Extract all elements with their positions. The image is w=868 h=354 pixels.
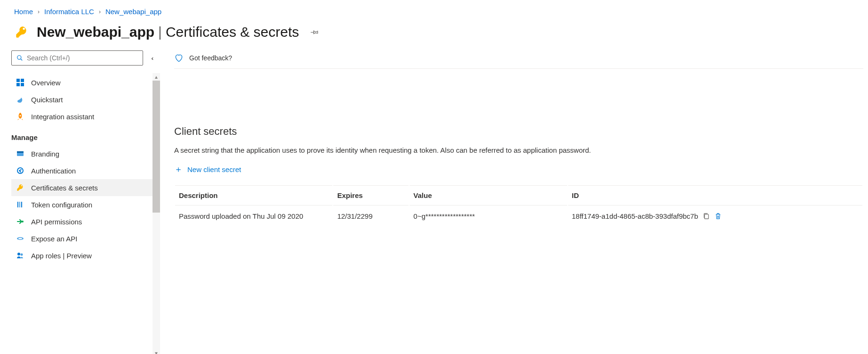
sidebar-scrollbar[interactable]: ▲ ▼ (153, 73, 160, 354)
title-separator: | (158, 24, 162, 40)
table-header-description[interactable]: Description (175, 185, 332, 206)
sidebar-item-expose-api[interactable]: Expose an API (11, 230, 160, 247)
page-title: New_webapi_app | Certificates & secrets (37, 24, 299, 40)
scrollbar-thumb[interactable] (153, 81, 160, 213)
key-icon (16, 183, 24, 192)
svg-rect-17 (705, 214, 708, 219)
feedback-label: Got feedback? (189, 54, 232, 62)
collapse-sidebar-button[interactable]: ‹‹ (152, 55, 155, 62)
table-header-expires[interactable]: Expires (333, 185, 409, 206)
branding-icon (16, 149, 24, 158)
search-icon (16, 55, 23, 61)
sidebar-item-quickstart[interactable]: Quickstart (11, 91, 160, 108)
breadcrumb-home[interactable]: Home (14, 8, 33, 16)
table-header-id[interactable]: ID (568, 185, 862, 206)
overview-icon (16, 78, 24, 87)
pin-icon[interactable] (310, 28, 319, 36)
sidebar-item-token-configuration[interactable]: Token configuration (11, 196, 160, 213)
token-config-icon (16, 200, 24, 209)
section-heading-client-secrets: Client secrets (174, 125, 863, 138)
svg-rect-5 (21, 83, 24, 86)
svg-point-15 (17, 253, 20, 255)
key-icon (14, 25, 29, 40)
breadcrumb-app[interactable]: New_webapi_app (105, 8, 161, 16)
svg-rect-7 (17, 151, 24, 153)
sidebar-item-certificates-secrets[interactable]: Certificates & secrets (11, 179, 160, 196)
sidebar-item-label: Quickstart (31, 96, 63, 104)
sidebar-item-label: API permissions (31, 218, 82, 226)
svg-rect-2 (16, 79, 20, 82)
feedback-bar[interactable]: Got feedback? (174, 50, 863, 69)
sidebar-item-label: App roles | Preview (31, 252, 92, 260)
sidebar-item-label: Authentication (31, 167, 76, 175)
chevron-right-icon: › (38, 8, 40, 15)
scroll-down-icon[interactable]: ▼ (153, 349, 160, 354)
title-app-name: New_webapi_app (37, 24, 154, 40)
svg-point-16 (21, 254, 23, 256)
sidebar-item-label: Branding (31, 150, 59, 158)
app-roles-icon (16, 251, 24, 260)
plus-icon: ＋ (174, 164, 183, 175)
breadcrumb-org[interactable]: Informatica LLC (44, 8, 94, 16)
sidebar: ‹‹ Overview Quickstart (0, 50, 160, 354)
sidebar-item-label: Overview (31, 79, 61, 87)
chevron-right-icon: › (99, 8, 101, 15)
content-area: Got feedback? Client secrets A secret st… (160, 50, 868, 354)
search-field[interactable] (27, 54, 138, 62)
section-description: A secret string that the application use… (174, 146, 863, 154)
svg-rect-11 (21, 202, 22, 207)
copy-icon[interactable] (703, 213, 710, 220)
sidebar-item-overview[interactable]: Overview (11, 74, 160, 91)
table-header-value[interactable]: Value (410, 185, 567, 206)
sidebar-item-label: Integration assistant (31, 113, 94, 121)
quickstart-icon (16, 95, 24, 104)
page-title-row: New_webapi_app | Certificates & secrets (0, 21, 868, 50)
cell-value: 0~g****************** (410, 206, 567, 226)
svg-rect-3 (21, 79, 24, 82)
cell-description: Password uploaded on Thu Jul 09 2020 (175, 206, 332, 226)
sidebar-item-app-roles[interactable]: App roles | Preview (11, 247, 160, 264)
cell-expires: 12/31/2299 (333, 206, 409, 226)
svg-point-12 (22, 221, 24, 222)
search-input[interactable] (11, 50, 143, 66)
svg-point-14 (18, 238, 22, 239)
authentication-icon (16, 166, 24, 175)
svg-rect-10 (19, 202, 20, 207)
new-client-secret-button[interactable]: ＋ New client secret (174, 154, 241, 184)
sidebar-item-api-permissions[interactable]: API permissions (11, 213, 160, 230)
svg-point-0 (17, 56, 21, 59)
scroll-up-icon[interactable]: ▲ (153, 73, 160, 81)
cell-id: 18ff1749-a1dd-4865-ac8b-393dfaf9bc7b (572, 212, 698, 220)
expose-api-icon (16, 234, 24, 243)
sidebar-item-label: Token configuration (31, 201, 92, 209)
breadcrumb: Home › Informatica LLC › New_webapi_app (0, 0, 868, 21)
sidebar-item-label: Expose an API (31, 235, 77, 243)
svg-rect-4 (16, 83, 20, 86)
table-row: Password uploaded on Thu Jul 09 2020 12/… (175, 206, 862, 226)
api-permissions-icon (16, 217, 24, 226)
sidebar-item-authentication[interactable]: Authentication (11, 162, 160, 179)
client-secrets-table: Description Expires Value ID Password up… (174, 184, 863, 227)
sidebar-section-manage: Manage (11, 125, 160, 145)
svg-rect-9 (17, 202, 18, 207)
title-page-name: Certificates & secrets (166, 24, 299, 40)
rocket-icon (16, 112, 24, 121)
new-client-secret-label: New client secret (187, 165, 241, 173)
sidebar-item-branding[interactable]: Branding (11, 145, 160, 162)
sidebar-item-integration-assistant[interactable]: Integration assistant (11, 108, 160, 125)
sidebar-item-label: Certificates & secrets (31, 184, 98, 192)
svg-line-1 (21, 59, 23, 61)
heart-icon (174, 53, 184, 63)
delete-icon[interactable] (715, 212, 722, 220)
